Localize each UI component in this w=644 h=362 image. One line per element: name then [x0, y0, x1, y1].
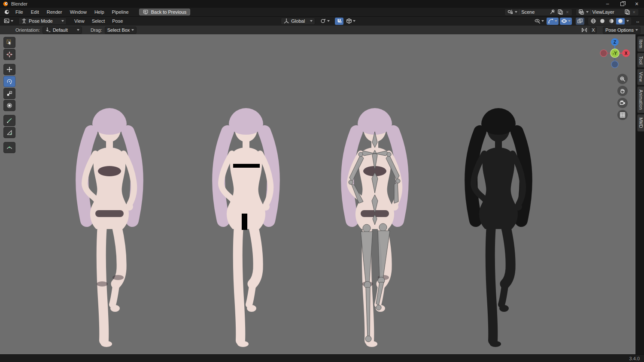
hand-pan-icon — [620, 88, 626, 94]
tab-mmd[interactable]: MMD — [637, 114, 644, 132]
menu-select[interactable]: Select — [89, 18, 108, 24]
model-base-mesh-character[interactable] — [201, 82, 291, 354]
orientation-dropdown[interactable]: Default — [43, 27, 82, 34]
menu-help[interactable]: Help — [91, 9, 108, 15]
tool-transform[interactable] — [3, 100, 15, 111]
tool-rotate[interactable] — [3, 76, 15, 87]
blender-logo-icon — [3, 1, 9, 7]
drag-dropdown[interactable]: Select Box — [105, 27, 137, 34]
snap-target-chevron-icon — [353, 20, 355, 22]
view-layer-selector[interactable]: ViewLayer × — [576, 9, 639, 16]
pivot-point-chevron-icon — [327, 20, 330, 22]
app-menu-button[interactable] — [3, 9, 11, 16]
tool-pose-breakdowner[interactable] — [3, 142, 15, 153]
menu-render[interactable]: Render — [43, 9, 66, 15]
minimize-button[interactable]: – — [600, 0, 615, 8]
menu-pose[interactable]: Pose — [109, 18, 126, 24]
annotate-pen-icon — [6, 118, 12, 124]
maximize-button[interactable] — [615, 0, 629, 8]
blender-logo-icon — [4, 9, 10, 15]
overlays-chevron-icon — [568, 20, 571, 22]
orientation-axes-icon — [283, 18, 289, 24]
transform-orientation-chevron-icon — [310, 20, 313, 22]
tab-item[interactable]: Item — [637, 36, 644, 52]
view-layer-name[interactable]: ViewLayer — [592, 9, 623, 15]
gizmo-axis-x-label: X — [625, 51, 628, 56]
tool-tweak-select[interactable] — [3, 37, 15, 48]
pin-icon[interactable] — [550, 9, 556, 15]
orientation-default-icon — [45, 27, 51, 33]
tab-animation[interactable]: Animation — [637, 86, 644, 113]
pose-options-dropdown[interactable]: Pose Options — [603, 27, 641, 34]
pan-button[interactable] — [617, 86, 628, 96]
tab-view[interactable]: View — [637, 69, 644, 85]
pivot-point-button[interactable] — [319, 18, 331, 25]
viewport-canvas[interactable]: Z X -Y ‹ — [0, 34, 644, 354]
show-gizmo-visibility-button[interactable] — [533, 18, 545, 25]
orientation-chevron-icon — [77, 29, 79, 31]
unlink-scene-icon[interactable]: × — [565, 9, 569, 15]
orientation-value: Default — [53, 27, 75, 33]
tool-annotate[interactable] — [3, 115, 15, 126]
model-armature-character[interactable] — [330, 82, 420, 354]
close-button[interactable]: × — [629, 0, 644, 8]
tool-measure[interactable] — [3, 127, 15, 138]
gizmo-visibility-icon — [535, 18, 541, 24]
tool-cursor[interactable] — [3, 49, 15, 60]
back-to-previous-label: Back to Previous — [151, 9, 187, 15]
tool-scale[interactable] — [3, 88, 15, 99]
zoom-button[interactable] — [617, 74, 628, 84]
orthographic-toggle-button[interactable] — [617, 110, 628, 120]
menu-edit[interactable]: Edit — [27, 9, 43, 15]
window-titlebar: Blender – × — [0, 0, 644, 8]
show-overlays-button[interactable] — [560, 18, 572, 25]
snap-toggle-button[interactable] — [335, 18, 343, 25]
scene-name[interactable]: Scene — [521, 9, 548, 15]
model-textured-character[interactable] — [64, 82, 155, 354]
sidebar-tab-strip: Item Tool View Animation MMD — [635, 34, 644, 354]
menu-file[interactable]: File — [12, 9, 27, 15]
pose-options-label: Pose Options — [605, 27, 634, 33]
tool-move[interactable] — [3, 64, 15, 75]
pivot-point-icon — [320, 18, 326, 24]
mirror-icon[interactable] — [581, 27, 587, 33]
editor-type-button[interactable] — [3, 18, 15, 25]
editor-type-chevron-icon — [11, 20, 13, 22]
mirror-x-axis-button[interactable]: X — [590, 27, 597, 33]
camera-view-button[interactable] — [617, 98, 628, 108]
shading-chevron-icon[interactable] — [626, 20, 629, 22]
transform-orientation-selector[interactable]: Global — [281, 18, 315, 25]
pose-breakdowner-icon — [6, 145, 12, 151]
top-menubar: File Edit Render Window Help Pipeline Ba… — [0, 8, 644, 16]
remove-view-layer-icon[interactable]: × — [632, 9, 636, 15]
new-view-layer-copy-icon[interactable] — [624, 9, 630, 15]
show-gizmos-button[interactable] — [547, 18, 559, 25]
scene-selector[interactable]: Scene × — [504, 9, 572, 16]
model-wireframe-character[interactable] — [453, 82, 544, 354]
solid-shading-button[interactable] — [598, 18, 607, 24]
viewport-toolbar — [3, 37, 15, 153]
menu-pipeline[interactable]: Pipeline — [109, 9, 132, 15]
header-overflow-button[interactable]: ↔ — [634, 18, 641, 25]
tab-tool[interactable]: Tool — [637, 53, 644, 68]
viewport-header: Pose Mode View Select Pose Global — [0, 16, 644, 25]
menu-window[interactable]: Window — [67, 9, 90, 15]
snap-target-button[interactable] — [345, 18, 357, 25]
rendered-shading-button[interactable] — [616, 18, 625, 24]
material-preview-shading-icon — [608, 18, 614, 24]
gizmos-chevron-icon — [555, 20, 557, 22]
navigation-gizmo[interactable]: Z X -Y — [598, 37, 631, 69]
wireframe-shading-button[interactable] — [589, 18, 598, 24]
xray-toggle-button[interactable] — [576, 18, 584, 25]
new-scene-copy-icon[interactable] — [557, 9, 563, 15]
material-preview-shading-button[interactable] — [607, 18, 616, 24]
mode-selector[interactable]: Pose Mode — [18, 18, 67, 25]
back-to-previous-button[interactable]: Back to Previous — [139, 9, 191, 15]
scene-browse-chevron-icon — [515, 11, 517, 13]
editor-type-3d-viewport-icon — [4, 18, 10, 24]
tool-settings-bar: Orientation: Default Drag: Select Box X … — [0, 25, 644, 34]
grid-ortho-icon — [620, 112, 626, 118]
snap-magnet-icon — [336, 18, 342, 24]
overlays-icon — [561, 18, 567, 24]
menu-view[interactable]: View — [71, 18, 88, 24]
